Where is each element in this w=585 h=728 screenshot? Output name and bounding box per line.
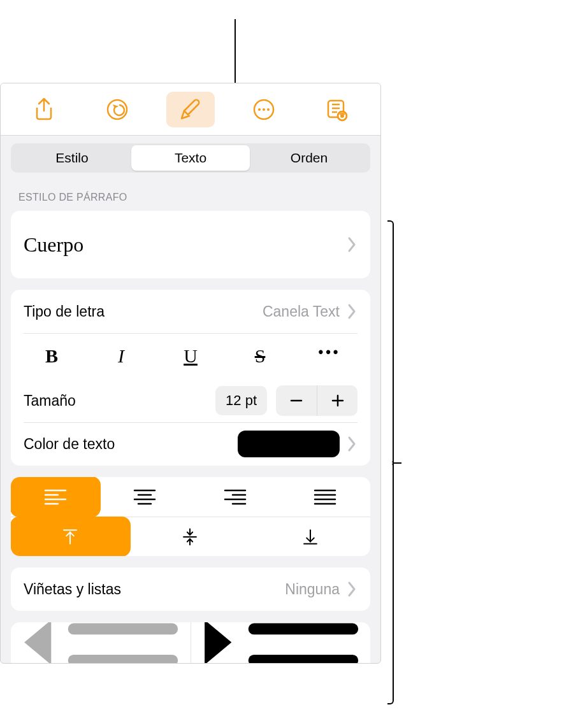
panel-toolbar [1, 83, 380, 136]
bullets-value: Ninguna [285, 581, 340, 598]
font-card: Tipo de letra Canela Text B I U S ••• Ta… [11, 290, 370, 466]
text-color-swatch[interactable] [238, 431, 340, 457]
horizontal-align-row [11, 477, 370, 517]
more-circle-icon [251, 97, 277, 122]
bold-button[interactable]: B [24, 340, 80, 372]
paragraph-style-value: Cuerpo [24, 225, 346, 264]
strikethrough-button[interactable]: S [232, 340, 288, 372]
font-more-button[interactable]: ••• [301, 336, 358, 368]
font-style-row: B I U S ••• [11, 333, 370, 379]
text-color-row[interactable]: Color de texto [11, 422, 370, 466]
font-family-value: Canela Text [263, 303, 340, 320]
bullets-row[interactable]: Viñetas y listas Ninguna [11, 567, 370, 611]
indent-icon [191, 622, 371, 663]
align-right-icon [224, 488, 247, 506]
valign-middle-button[interactable] [130, 517, 250, 556]
format-button[interactable] [166, 92, 215, 127]
reader-icon [324, 97, 350, 122]
align-left-icon [44, 488, 67, 506]
svg-point-2 [258, 108, 261, 111]
tab-style[interactable]: Estilo [13, 145, 131, 171]
align-center-icon [133, 488, 156, 506]
font-size-value[interactable]: 12 pt [215, 386, 267, 415]
valign-middle-icon [178, 528, 201, 546]
bullets-label: Viñetas y listas [24, 581, 285, 598]
paragraph-style-row[interactable]: Cuerpo [11, 211, 370, 278]
share-button[interactable] [20, 92, 68, 127]
font-family-label: Tipo de letra [24, 303, 263, 320]
chevron-right-icon [346, 236, 358, 253]
tab-text[interactable]: Texto [131, 145, 250, 171]
font-family-row[interactable]: Tipo de letra Canela Text [11, 290, 370, 333]
more-button[interactable] [240, 92, 288, 127]
text-color-label: Color de texto [24, 436, 238, 453]
tab-order[interactable]: Orden [250, 145, 368, 171]
font-size-stepper [276, 385, 358, 416]
outdent-button[interactable] [11, 622, 191, 663]
outdent-icon [11, 622, 191, 663]
align-justify-button[interactable] [280, 477, 371, 517]
tab-segmented-control: Estilo Texto Orden [11, 143, 370, 173]
align-justify-icon [314, 488, 336, 506]
underline-button[interactable]: U [162, 340, 219, 372]
font-size-label: Tamaño [24, 392, 215, 410]
paragraph-style-card: Cuerpo [11, 211, 370, 278]
valign-top-button[interactable] [11, 517, 131, 556]
valign-bottom-icon [299, 528, 322, 546]
align-right-button[interactable] [190, 477, 280, 517]
svg-point-3 [263, 108, 265, 111]
format-panel: Estilo Texto Orden ESTILO DE PÁRRAFO Cue… [0, 83, 381, 664]
svg-point-4 [267, 108, 270, 111]
size-decrease-button[interactable] [276, 385, 317, 416]
vertical-align-row [11, 517, 370, 556]
reader-button[interactable] [313, 92, 361, 127]
undo-icon [105, 97, 130, 122]
svg-point-10 [340, 114, 344, 118]
share-icon [31, 97, 57, 122]
plus-icon [331, 394, 345, 408]
indent-card [11, 622, 370, 663]
tab-segmented-wrap: Estilo Texto Orden [1, 136, 380, 173]
valign-bottom-button[interactable] [250, 517, 370, 556]
size-increase-button[interactable] [317, 385, 358, 416]
minus-icon [289, 394, 303, 408]
chevron-right-icon [346, 580, 358, 598]
align-left-button[interactable] [11, 477, 101, 517]
indent-button[interactable] [191, 622, 371, 663]
format-brush-icon [178, 97, 203, 122]
font-size-row: Tamaño 12 pt [11, 379, 370, 422]
callout-line-top [235, 19, 236, 89]
alignment-card [11, 477, 370, 556]
callout-brace-right [387, 220, 403, 704]
section-label-paragraph-style: ESTILO DE PÁRRAFO [1, 173, 380, 211]
align-center-button[interactable] [100, 477, 191, 517]
undo-button[interactable] [93, 92, 141, 127]
valign-top-icon [59, 528, 82, 546]
chevron-right-icon [346, 303, 358, 320]
chevron-right-icon [346, 435, 358, 453]
callout-brace-tip [393, 462, 401, 464]
italic-button[interactable]: I [93, 340, 149, 372]
bullets-card: Viñetas y listas Ninguna [11, 567, 370, 611]
